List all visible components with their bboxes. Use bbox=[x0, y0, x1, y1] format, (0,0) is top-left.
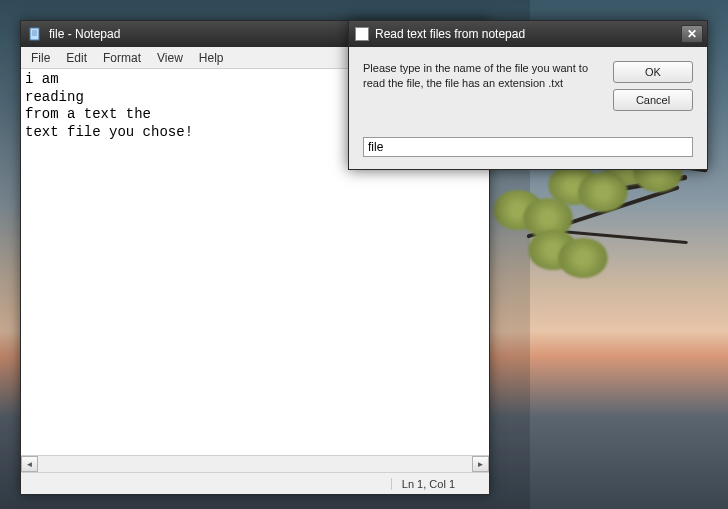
dialog-icon bbox=[355, 27, 369, 41]
dialog-titlebar[interactable]: Read text files from notepad ✕ bbox=[349, 21, 707, 47]
notepad-icon bbox=[27, 26, 43, 42]
scrollbar-track[interactable] bbox=[38, 456, 472, 472]
input-dialog: Read text files from notepad ✕ Please ty… bbox=[348, 20, 708, 170]
filename-input[interactable] bbox=[363, 137, 693, 157]
menu-file[interactable]: File bbox=[23, 48, 58, 68]
menu-view[interactable]: View bbox=[149, 48, 191, 68]
svg-rect-0 bbox=[30, 28, 39, 40]
dialog-title: Read text files from notepad bbox=[375, 27, 675, 41]
dialog-body: Please type in the name of the file you … bbox=[349, 47, 707, 169]
ok-button[interactable]: OK bbox=[613, 61, 693, 83]
notepad-statusbar: Ln 1, Col 1 bbox=[21, 472, 489, 494]
horizontal-scrollbar[interactable]: ◄ ► bbox=[21, 455, 489, 472]
menu-format[interactable]: Format bbox=[95, 48, 149, 68]
cancel-button[interactable]: Cancel bbox=[613, 89, 693, 111]
close-icon[interactable]: ✕ bbox=[681, 25, 703, 43]
cursor-position: Ln 1, Col 1 bbox=[391, 478, 485, 490]
scroll-right-icon[interactable]: ► bbox=[472, 456, 489, 472]
scroll-left-icon[interactable]: ◄ bbox=[21, 456, 38, 472]
dialog-message: Please type in the name of the file you … bbox=[363, 61, 603, 111]
menu-edit[interactable]: Edit bbox=[58, 48, 95, 68]
menu-help[interactable]: Help bbox=[191, 48, 232, 68]
notepad-title: file - Notepad bbox=[49, 27, 120, 41]
